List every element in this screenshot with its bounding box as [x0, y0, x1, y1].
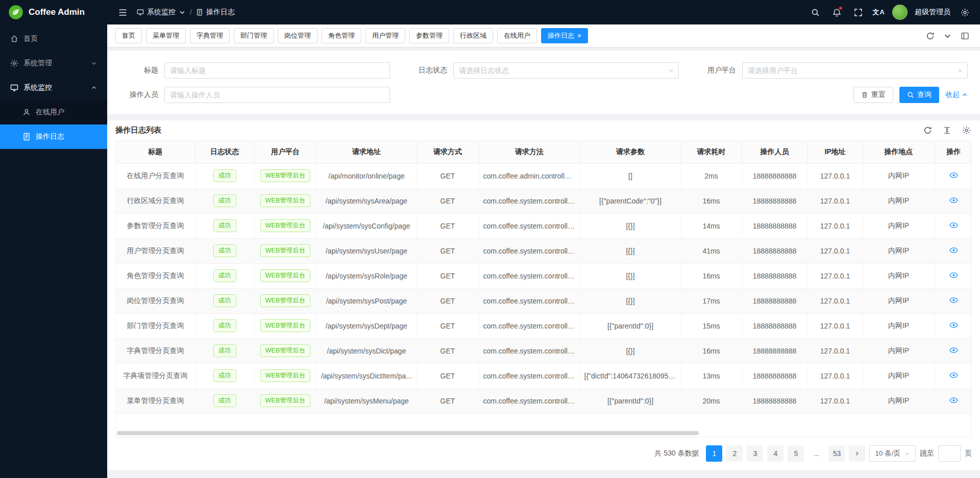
sidebar-item-home[interactable]: 首页	[0, 27, 107, 51]
cell-request-url: /api/system/sysConfig/page	[316, 213, 416, 238]
sidebar-item-operation-log[interactable]: 操作日志	[0, 124, 107, 149]
operator-input[interactable]	[164, 87, 390, 103]
reset-button[interactable]: 重置	[853, 87, 893, 103]
horizontal-scrollbar[interactable]	[117, 431, 699, 435]
fullscreen-icon[interactable]	[851, 5, 866, 19]
cell-duration: 13ms	[681, 363, 742, 388]
cell-operator: 18888888888	[742, 213, 807, 238]
content-fullscreen-icon[interactable]	[958, 29, 972, 43]
collapse-filter-button[interactable]: 收起	[945, 90, 968, 99]
cell-duration: 2ms	[681, 163, 742, 188]
view-detail-eye-icon[interactable]	[949, 221, 958, 230]
cell-title: 字典管理分页查询	[116, 338, 195, 363]
breadcrumb-item-operation-log[interactable]: 操作日志	[196, 8, 235, 17]
view-detail-eye-icon[interactable]	[949, 196, 958, 205]
page-button[interactable]: ...	[808, 445, 824, 462]
search-button[interactable]: 查询	[899, 87, 939, 103]
tab[interactable]: 参数管理 ×	[409, 28, 449, 43]
collapse-sidebar-icon[interactable]	[115, 5, 130, 19]
view-detail-eye-icon[interactable]	[949, 296, 958, 305]
cell-duration: 15ms	[681, 313, 742, 338]
refresh-tab-icon[interactable]	[923, 29, 937, 43]
platform-tag: WEB管理后台	[260, 294, 310, 307]
page-button[interactable]: 1	[706, 445, 722, 462]
tabs-actions	[923, 29, 972, 43]
view-detail-eye-icon[interactable]	[949, 371, 958, 380]
page-button[interactable]: 3	[747, 445, 763, 462]
cell-duration: 14ms	[681, 213, 742, 238]
search-icon[interactable]	[808, 5, 823, 19]
page-button[interactable]: 4	[767, 445, 783, 462]
sidebar-item-system-monitor[interactable]: 系统监控	[0, 76, 107, 100]
cell-duration: 20ms	[681, 388, 742, 413]
tab[interactable]: 角色管理 ×	[322, 28, 361, 43]
sidebar-item-online-users[interactable]: 在线用户	[0, 100, 107, 124]
tab[interactable]: 行政区域 ×	[453, 28, 493, 43]
tab-close-icon[interactable]: ×	[577, 32, 581, 39]
platform-tag: WEB管理后台	[260, 169, 310, 182]
cell-location: 内网IP	[863, 213, 935, 238]
cell-title: 行政区域分页查询	[116, 188, 195, 213]
cell-ip: 127.0.0.1	[807, 338, 863, 363]
tab[interactable]: 在线用户 ×	[497, 28, 537, 43]
translate-icon[interactable]: 文A	[873, 8, 885, 17]
column-settings-gear-icon[interactable]	[961, 125, 972, 136]
tab-label: 菜单管理	[153, 31, 179, 40]
page-button[interactable]: 2	[726, 445, 743, 462]
platform-tag: WEB管理后台	[260, 394, 310, 407]
cell-platform: WEB管理后台	[254, 313, 316, 338]
cell-status: 成功	[195, 388, 254, 413]
tab[interactable]: 岗位管理 ×	[278, 28, 317, 43]
tab[interactable]: 用户管理 ×	[365, 28, 405, 43]
next-page-button[interactable]	[849, 445, 865, 462]
table-row: 部门管理分页查询 成功 WEB管理后台 /api/system/sysDept/…	[116, 313, 972, 338]
user-name[interactable]: 超级管理员	[915, 8, 950, 17]
jump-page-input[interactable]	[938, 445, 961, 462]
notification-badge	[839, 7, 842, 10]
sidebar-item-system-management[interactable]: 系统管理	[0, 51, 107, 76]
cell-operator: 18888888888	[742, 363, 807, 388]
page-button[interactable]: 53	[828, 445, 845, 462]
view-detail-eye-icon[interactable]	[949, 346, 958, 355]
cell-ip: 127.0.0.1	[807, 388, 863, 413]
breadcrumb-item-system-monitor[interactable]: 系统监控	[137, 8, 186, 17]
refresh-table-icon[interactable]	[922, 125, 933, 136]
settings-gear-icon[interactable]	[958, 5, 972, 19]
view-detail-eye-icon[interactable]	[949, 271, 958, 280]
density-icon[interactable]	[941, 125, 952, 136]
table-header-row: 标题日志状态用户平台请求地址请求方式请求方法请求参数请求耗时操作人员IP地址操作…	[116, 141, 972, 163]
app-logo[interactable]: Coffee Admin	[0, 0, 107, 24]
page-button[interactable]: 5	[788, 445, 804, 462]
tab[interactable]: 字典管理 ×	[190, 28, 230, 43]
chevron-right-icon	[854, 450, 860, 457]
title-label: 标题	[115, 66, 164, 75]
tab[interactable]: 部门管理 ×	[234, 28, 274, 43]
cell-status: 成功	[195, 313, 254, 338]
status-tag: 成功	[213, 169, 236, 182]
status-tag: 成功	[213, 194, 236, 207]
breadcrumb-separator: /	[190, 8, 192, 16]
view-detail-eye-icon[interactable]	[949, 321, 958, 330]
cell-status: 成功	[195, 338, 254, 363]
view-detail-eye-icon[interactable]	[949, 396, 958, 405]
cell-status: 成功	[195, 238, 254, 263]
title-input[interactable]	[164, 62, 390, 79]
platform-select[interactable]	[742, 62, 968, 79]
cell-request-url: /api/system/sysDept/page	[316, 313, 416, 338]
status-select[interactable]	[453, 62, 679, 79]
cell-request-url: /api/system/sysArea/page	[316, 188, 416, 213]
view-detail-eye-icon[interactable]	[949, 246, 958, 255]
cell-title: 参数管理分页查询	[116, 213, 195, 238]
page-size-select[interactable]: 10 条/页	[869, 445, 916, 462]
avatar[interactable]	[892, 5, 908, 20]
cell-actions	[935, 188, 972, 213]
tab[interactable]: 菜单管理 ×	[146, 28, 186, 43]
tab[interactable]: 首页 ×	[115, 28, 142, 43]
filter-field-operator: 操作人员	[115, 87, 390, 103]
notifications-button[interactable]	[830, 5, 844, 19]
tab[interactable]: 操作日志 ×	[541, 28, 588, 43]
column-header: 请求参数	[580, 141, 681, 163]
tabs-menu-chevron-icon[interactable]	[940, 29, 954, 43]
home-icon	[10, 35, 18, 43]
view-detail-eye-icon[interactable]	[949, 171, 958, 180]
